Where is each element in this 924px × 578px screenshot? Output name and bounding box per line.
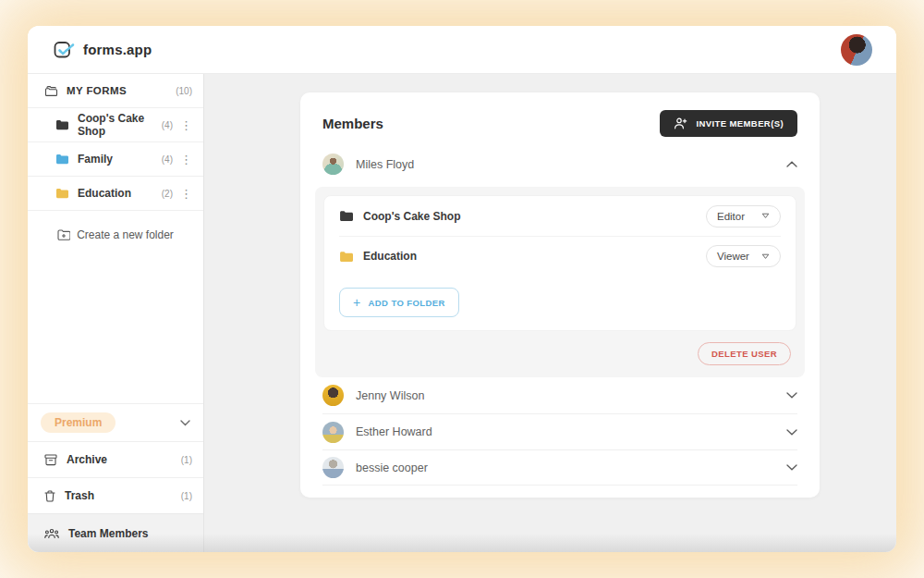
invite-members-label: INVITE MEMBER(S) [696,118,784,129]
sidebar-item-my-forms[interactable]: MY FORMS (10) [28,74,203,108]
permission-folder-label: Coop's Cake Shop [363,210,461,223]
folder-icon [55,188,68,199]
chevron-down-icon[interactable] [786,392,797,399]
role-value: Editor [717,211,745,222]
folder-count: (4) [162,120,173,130]
member-row-esther-howard[interactable]: Esther Howard [322,413,797,449]
member-name: Jenny Wilson [356,389,424,402]
create-new-folder-button[interactable]: Create a new folder [28,218,203,252]
member-name: Miles Floyd [356,158,414,171]
logo-text: forms.app [83,42,152,57]
archive-label: Archive [67,453,107,466]
role-select-viewer[interactable]: Viewer [706,245,781,267]
app-window: forms.app MY FORMS (10) [28,26,896,552]
sidebar-folder-education[interactable]: Education (2) ⋮ [28,177,203,211]
sidebar-item-team-members[interactable]: Team Members [28,513,203,552]
sidebar-folder-family[interactable]: Family (4) ⋮ [28,142,203,177]
person-plus-icon [674,117,687,129]
folder-label: Family [78,153,113,166]
sidebar-item-trash[interactable]: Trash (1) [28,477,203,513]
folder-label: Education [78,187,131,200]
page-title: Members [322,116,383,131]
archive-count: (1) [181,455,192,465]
my-forms-label: MY FORMS [67,85,127,96]
plus-icon: + [353,296,361,309]
member-name: Esther Howard [356,425,432,438]
member-avatar [322,154,344,175]
team-members-icon [44,528,59,539]
archive-icon [44,454,57,466]
member-permissions-panel: Coop's Cake Shop Editor [315,187,805,377]
delete-user-button[interactable]: DELETE USER [698,342,791,365]
role-value: Viewer [717,251,749,262]
member-avatar [322,422,344,443]
folder-menu-icon[interactable]: ⋮ [180,154,192,166]
folder-icon [339,210,353,222]
sidebar: MY FORMS (10) Coop's Cake Shop (4) ⋮ Fam… [28,74,204,552]
folders-icon [44,85,58,97]
add-to-folder-button[interactable]: + ADD TO FOLDER [339,288,459,317]
member-row-miles-floyd[interactable]: Miles Floyd [322,146,797,182]
members-card-header: Members INVITE MEMBER(S) [300,92,820,146]
folder-label: Coop's Cake Shop [78,112,162,138]
permission-folder-label: Education [363,250,417,263]
sidebar-spacer [28,252,203,403]
chevron-down-icon [761,253,770,260]
trash-label: Trash [65,489,94,502]
premium-badge: Premium [41,412,116,433]
member-avatar [322,457,344,478]
role-select-editor[interactable]: Editor [706,205,781,228]
folder-icon [55,119,68,130]
chevron-down-icon[interactable] [180,420,190,426]
member-row-bessie-cooper[interactable]: bessie cooper [322,449,797,486]
permission-row-coops-cake-shop: Coop's Cake Shop Editor [339,196,781,236]
forms-app-logo: forms.app [54,40,152,60]
sidebar-premium-section[interactable]: Premium [28,403,203,441]
main-content: Members INVITE MEMBER(S) [204,74,896,552]
members-card: Members INVITE MEMBER(S) [300,92,820,498]
my-forms-count: (10) [176,86,192,96]
trash-icon [44,490,55,502]
member-name: bessie cooper [356,461,428,474]
member-row-jenny-wilson[interactable]: Jenny Wilson [322,377,797,413]
chevron-down-icon [761,213,770,219]
chevron-down-icon[interactable] [786,429,797,436]
folder-menu-icon[interactable]: ⋮ [180,119,192,131]
folder-icon [55,154,68,165]
add-to-folder-label: ADD TO FOLDER [369,298,445,308]
sidebar-item-archive[interactable]: Archive (1) [28,441,203,477]
member-folder-permissions: Coop's Cake Shop Editor [323,195,796,331]
folder-count: (2) [162,189,173,199]
permission-row-education: Education Viewer [339,236,781,276]
forms-app-logo-icon [54,40,76,60]
folder-icon [339,251,353,263]
user-avatar[interactable] [841,34,872,66]
member-avatar [322,385,344,406]
app-header: forms.app [28,26,896,74]
create-new-folder-label: Create a new folder [77,228,174,241]
folder-plus-icon [57,229,70,240]
sidebar-folder-coops-cake-shop[interactable]: Coop's Cake Shop (4) ⋮ [28,108,203,142]
trash-count: (1) [181,491,192,501]
folder-count: (4) [162,154,173,165]
page-background: forms.app MY FORMS (10) [0,0,924,578]
invite-members-button[interactable]: INVITE MEMBER(S) [660,110,797,137]
team-members-label: Team Members [68,527,148,540]
folder-menu-icon[interactable]: ⋮ [180,188,192,200]
chevron-down-icon[interactable] [786,464,797,471]
chevron-up-icon[interactable] [786,161,797,167]
